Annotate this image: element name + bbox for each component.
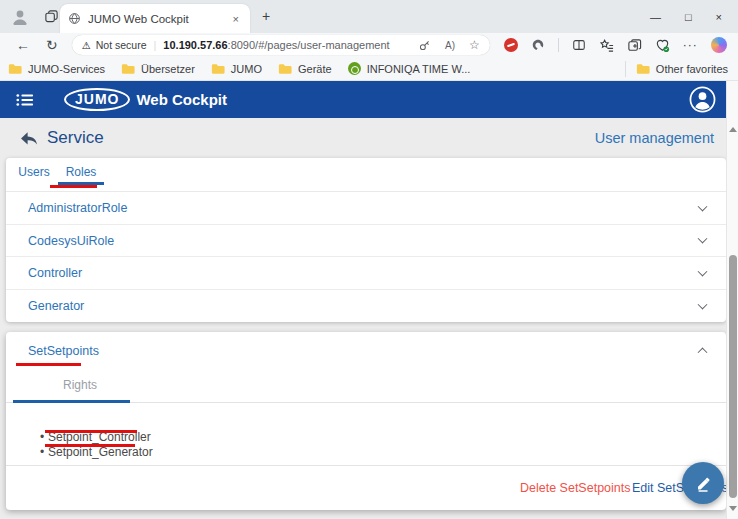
user-avatar-icon (689, 86, 716, 113)
chevron-up-icon[interactable] (698, 347, 708, 357)
extension-icon[interactable] (531, 38, 545, 52)
url-host: 10.190.57.66 (163, 39, 227, 51)
annotation-underline-roles (50, 185, 97, 188)
back-arrow-icon[interactable] (20, 130, 39, 146)
favorite-star-icon[interactable]: ☆ (469, 38, 480, 52)
role-item-controller[interactable]: Controller (6, 257, 726, 290)
chevron-down-icon[interactable] (698, 299, 708, 309)
edit-fab-button[interactable] (682, 462, 724, 504)
bookmark-label: Geräte (298, 63, 332, 75)
address-bar[interactable]: ⚠ Not secure | 10.190.57.66:8090/#/pages… (72, 35, 490, 55)
folder-icon (636, 63, 650, 75)
favorites-hub-icon[interactable] (599, 38, 614, 53)
jumo-logo: JUMO (64, 88, 130, 111)
scroll-up-icon[interactable] (729, 127, 737, 132)
annotation-underline-setpoint-generator (45, 444, 135, 447)
rights-tab-bar: Rights (6, 370, 726, 403)
role-item-administratorrole[interactable]: AdministratorRole (6, 192, 726, 225)
tab-users[interactable]: Users (14, 158, 54, 186)
bookmarks-bar: JUMO-Services Übersetzer JUMO Geräte INF… (0, 57, 738, 81)
annotation-underline-setpoint-controller (45, 430, 137, 433)
role-item-codesysuirole[interactable]: CodesysUiRole (6, 225, 726, 258)
profile-avatar-icon (10, 7, 30, 27)
page-content: Service User management Users Roles Admi… (0, 118, 726, 519)
setsetpoints-card: SetSetpoints Rights Setpoint_Controller … (6, 332, 726, 510)
role-label: CodesysUiRole (28, 234, 114, 248)
annotation-underline-setsetpoints (16, 363, 81, 366)
service-header: Service User management (0, 118, 726, 158)
close-icon[interactable]: × (716, 11, 722, 23)
browser-tab[interactable]: JUMO Web Cockpit × (60, 4, 250, 33)
page-scrollbar[interactable] (726, 81, 738, 519)
service-label[interactable]: Service (47, 128, 104, 148)
bookmark-label: Übersetzer (141, 63, 195, 75)
scroll-down-icon[interactable] (729, 506, 737, 511)
copilot-icon[interactable] (711, 37, 727, 53)
bookmark-folder[interactable]: JUMO-Services (8, 63, 105, 75)
address-divider: | (153, 39, 156, 51)
browser-toolbar: ← ↻ ⚠ Not secure | 10.190.57.66:8090/#/p… (0, 33, 738, 57)
workspaces-icon[interactable] (42, 8, 60, 26)
read-aloud-icon[interactable]: A) (445, 40, 455, 51)
adblock-extension-icon[interactable] (504, 38, 518, 52)
role-label: SetSetpoints (28, 344, 99, 358)
other-favorites[interactable]: Other favorites (625, 61, 738, 77)
tab-title: JUMO Web Cockpit (88, 13, 230, 25)
back-icon[interactable]: ← (16, 37, 30, 53)
chevron-down-icon[interactable] (698, 201, 708, 211)
chevron-down-icon[interactable] (698, 266, 708, 276)
bookmark-label: JUMO (231, 63, 262, 75)
url-text[interactable]: 10.190.57.66:8090/#/pages/user-managemen… (163, 39, 389, 51)
collections-icon[interactable] (627, 38, 642, 53)
pencil-edit-icon (695, 475, 712, 492)
bookmark-folder[interactable]: JUMO (211, 63, 262, 75)
browser-profile-button[interactable] (10, 7, 30, 27)
toolbar-divider (558, 38, 559, 52)
user-roles-tabs: Users Roles (6, 158, 726, 192)
bookmark-folder[interactable]: Geräte (278, 63, 332, 75)
folder-icon (121, 63, 135, 75)
folder-icon (8, 63, 22, 75)
role-item-setsetpoints[interactable]: SetSetpoints (6, 332, 726, 370)
role-label: Generator (28, 299, 84, 313)
minimize-icon[interactable]: — (650, 11, 661, 23)
address-bar-icons: A) ☆ (418, 38, 480, 52)
role-item-generator[interactable]: Generator (6, 290, 726, 323)
bookmark-label: INFONIQA TIME W... (367, 63, 471, 75)
delete-setsetpoints-button[interactable]: Delete SetSetpoints (520, 466, 631, 510)
chevron-down-icon[interactable] (698, 234, 708, 244)
role-label: AdministratorRole (28, 201, 127, 215)
card-actions: Delete SetSetpoints Edit SetSetpoints (6, 466, 726, 510)
new-tab-icon[interactable]: + (262, 8, 270, 24)
tab-rights[interactable]: Rights (63, 370, 97, 400)
refresh-icon[interactable]: ↻ (46, 37, 58, 53)
split-screen-icon[interactable] (572, 38, 586, 52)
settings-more-icon[interactable]: ··· (683, 38, 698, 52)
security-label[interactable]: Not secure (96, 39, 147, 51)
folder-icon (211, 63, 225, 75)
tab-favicon-globe-icon (68, 12, 81, 25)
window-controls: — □ × (650, 11, 738, 23)
scrollbar-thumb[interactable] (729, 255, 737, 498)
browser-tab-strip: JUMO Web Cockpit × + — □ × (0, 0, 738, 33)
key-icon[interactable] (418, 39, 431, 52)
maximize-icon[interactable]: □ (685, 11, 692, 23)
role-label: Controller (28, 266, 82, 280)
menu-icon[interactable] (16, 92, 34, 108)
user-avatar[interactable] (689, 86, 716, 113)
app-title: Web Cockpit (136, 91, 227, 108)
folder-icon (278, 63, 292, 75)
roles-card: Users Roles AdministratorRole CodesysUiR… (6, 158, 726, 322)
bookmark-label: JUMO-Services (28, 63, 105, 75)
browser-essentials-icon[interactable] (655, 38, 670, 53)
bookmark-link[interactable]: INFONIQA TIME W... (348, 62, 471, 75)
rights-active-indicator (13, 400, 130, 403)
tab-close-icon[interactable]: × (230, 13, 242, 25)
infoniqa-icon (348, 62, 361, 75)
other-favorites-label: Other favorites (656, 63, 728, 75)
page-title: User management (595, 130, 714, 146)
bookmark-folder[interactable]: Übersetzer (121, 63, 195, 75)
not-secure-warning-icon: ⚠ (82, 40, 91, 51)
extension-icons: ··· (504, 37, 727, 53)
url-path: :8090/#/pages/user-management (228, 39, 390, 51)
